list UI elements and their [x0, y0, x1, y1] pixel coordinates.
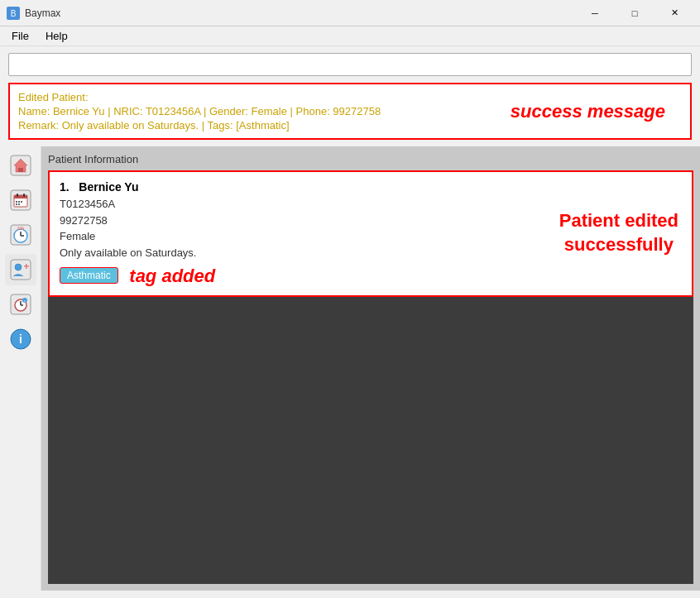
search-input[interactable]: [8, 53, 692, 76]
svg-rect-10: [16, 201, 17, 203]
svg-rect-9: [23, 194, 25, 197]
svg-rect-23: [26, 264, 27, 269]
content-area: Patient Information 1. Bernice Yu T01234…: [41, 146, 700, 591]
patient-number: 1.: [60, 180, 70, 194]
asthmatic-tag[interactable]: Asthmatic: [60, 267, 118, 284]
maximize-button[interactable]: □: [616, 0, 654, 26]
sidebar-item-home[interactable]: [5, 150, 36, 181]
svg-rect-11: [18, 201, 20, 203]
svg-text:24h: 24h: [17, 226, 24, 231]
success-message-text: success message: [511, 101, 665, 122]
close-button[interactable]: ✕: [655, 0, 693, 26]
tag-added-annotation: tag added: [129, 266, 215, 287]
sidebar: 24h + i: [0, 146, 41, 591]
svg-point-21: [15, 264, 22, 270]
dark-panel: [48, 297, 693, 584]
app-icon: B: [7, 7, 20, 20]
svg-rect-8: [17, 194, 18, 197]
minimize-button[interactable]: ─: [576, 0, 614, 26]
window-controls: ─ □ ✕: [576, 0, 693, 26]
menu-file[interactable]: File: [3, 28, 37, 44]
main-layout: 24h + i: [0, 146, 700, 591]
search-area: [0, 46, 700, 83]
patient-card: 1. Bernice Yu T0123456A 99272758 Female …: [48, 170, 693, 297]
sidebar-item-clock[interactable]: 24h: [5, 219, 36, 251]
patient-name: 1. Bernice Yu: [60, 180, 682, 194]
sidebar-item-patients[interactable]: [5, 254, 36, 285]
success-content: Edited Patient: Name: Bernice Yu | NRIC:…: [18, 91, 682, 132]
patient-edited-annotation: Patient editedsuccessfully: [559, 210, 678, 257]
app-title: Baymax: [25, 7, 576, 19]
content-wrapper: Patient Information 1. Bernice Yu T01234…: [48, 153, 693, 584]
tag-row: Asthmatic tag added: [60, 264, 682, 287]
sidebar-item-appointments[interactable]: +: [5, 289, 36, 320]
title-bar: B Baymax ─ □ ✕: [0, 0, 700, 26]
section-title: Patient Information: [48, 153, 693, 165]
sidebar-item-calendar[interactable]: [5, 184, 36, 216]
menu-bar: File Help: [0, 26, 700, 46]
svg-rect-12: [21, 201, 22, 203]
menu-help[interactable]: Help: [37, 28, 76, 44]
svg-rect-4: [18, 168, 23, 172]
svg-rect-14: [18, 203, 20, 205]
svg-rect-7: [14, 195, 27, 199]
svg-rect-13: [16, 203, 17, 205]
svg-text:B: B: [11, 9, 17, 18]
patient-full-name: Bernice Yu: [79, 180, 138, 194]
sidebar-item-info[interactable]: i: [5, 323, 36, 355]
success-notification: Edited Patient: Name: Bernice Yu | NRIC:…: [8, 83, 692, 140]
svg-text:i: i: [19, 332, 22, 346]
